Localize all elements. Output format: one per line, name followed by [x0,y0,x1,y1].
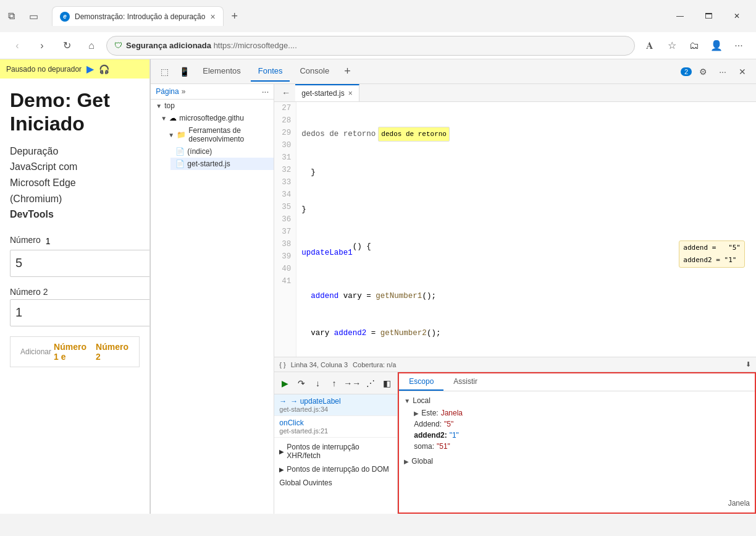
file-tab-name: get-started.js [301,89,344,98]
callstack-item-onclick[interactable]: onClick get-started.js:21 [274,416,397,438]
tree-item-microsoftedge[interactable]: ▼ ☁ microsoftedge.githu [156,112,274,124]
file-tree: Página » ··· ▼ top ▼ ☁ microsoftedge.git… [151,84,274,514]
deactivate-btn[interactable]: ⋰ [364,376,376,391]
maximize-button[interactable]: 🗖 [694,6,723,26]
read-aloud-btn[interactable]: 𝐀 [640,36,660,56]
more-tools-btn[interactable]: ··· [714,63,731,80]
title-bar-icons: ⧉ ▭ [5,10,40,22]
scope-panel: Escopo Assistir ▼ Local ▶ [398,372,756,514]
devtools-body: Página » ··· ▼ top ▼ ☁ microsoftedge.git… [151,84,756,514]
settings-btn[interactable]: ⚙ [694,63,712,80]
step-into-btn[interactable]: ↓ [312,376,324,391]
step-out-btn[interactable]: ↑ [329,376,340,391]
number2-input[interactable]: 1 [10,299,150,326]
webpage-panel: Pausado no depurador ▶ 🎧 Demo: Get Inici… [0,59,150,514]
download-btn[interactable]: ⬇ [746,360,751,368]
tree-item-indice[interactable]: 📄 (índice) [170,145,274,158]
bp-dom-label: Pontos de interrupção do DOM [287,465,388,474]
more-btn[interactable]: ··· [729,36,749,56]
scope-global-arrow: ▶ [404,458,409,465]
close-devtools-btn[interactable]: ✕ [734,63,751,80]
tree-item-ferramentas[interactable]: ▼ 📁 Ferramentas de desenvolvimento [163,124,274,145]
address-bar[interactable]: 🛡 Segurança adicionada https://microsoft… [106,36,635,56]
number2-group: Número 2 1 [10,287,140,326]
tab-elementos[interactable]: Elementos [195,61,248,82]
tree-item-getstarted[interactable]: 📄 get-started.js [170,158,274,170]
format-btn[interactable]: { } [279,361,285,368]
collections-btn[interactable]: 🗂 [684,36,704,56]
tree-arrow-top: ▼ [156,103,162,109]
page-label[interactable]: Página [156,87,178,96]
callstack-arrow: → [279,397,287,406]
file-tree-more-btn[interactable]: ··· [262,87,269,96]
scope-global-label: Global [411,457,433,466]
scope-key-este: Este: [421,409,438,417]
step-btn[interactable]: →→ [345,376,359,391]
code-scroll[interactable]: 27 28 29 30 31 32 33 34 35 36 37 [274,102,756,357]
browser-chrome: ⧉ ▭ Demonstração: Introdução à depuração… [0,0,756,59]
inspect-element-btn[interactable]: ⬚ [156,63,173,80]
tab-switcher-icon[interactable]: ⧉ [5,10,17,22]
number1-group: Número 1 5 [10,235,140,277]
debug-play-icon[interactable]: ▶ [86,63,94,75]
line-numbers: 27 28 29 30 31 32 33 34 35 36 37 [274,102,296,357]
refresh-button[interactable]: ↻ [57,36,77,56]
tree-label-getstarted: get-started.js [187,160,230,168]
file-tab-getstarted[interactable]: get-started.js × [295,84,359,101]
favorites-btn[interactable]: ☆ [662,36,682,56]
back-file-btn[interactable]: ← [277,85,295,100]
scope-local-header[interactable]: ▼ Local [404,396,750,405]
tab-escopo[interactable]: Escopo [399,373,443,391]
code-editor: 27 28 29 30 31 32 33 34 35 36 37 [274,102,756,372]
number1-input[interactable]: 5 [10,250,150,277]
tab-console[interactable]: Console [292,61,337,82]
close-button[interactable]: ✕ [723,6,751,26]
device-emulation-btn[interactable]: 📱 [175,63,193,80]
bp-xhr-header[interactable]: ▶ Pontos de interrupção XHR/fetch [279,440,392,462]
folder-icon: 📁 [177,130,186,139]
tab-assistir[interactable]: Assistir [443,373,487,391]
file-tab-close-btn[interactable]: × [348,89,353,98]
tree-item-top[interactable]: ▼ top [151,100,274,112]
scope-val-este: Janela [441,409,463,417]
file-tree-items: ▼ top ▼ ☁ microsoftedge.githu ▼ 📁 Ferram… [151,100,274,514]
bp-xhr-label: Pontos de interrupção XHR/fetch [287,443,392,460]
cloud-icon: ☁ [169,114,177,122]
tab-label: Demonstração: Introdução à depuração [75,12,205,21]
code-line-29: } [301,203,751,216]
navigation-bar: ‹ › ↻ ⌂ 🛡 Segurança adicionada https://m… [0,32,756,59]
step-over-btn[interactable]: ↷ [296,376,308,391]
call-stack-panel: ▶ ↷ ↓ ↑ →→ ⋰ ◧ → → updateLabel [274,372,398,514]
breakpoints-section: ▶ Pontos de interrupção XHR/fetch ▶ Pont… [274,438,397,492]
expand-icon[interactable]: » [182,87,186,96]
janela-label: Janela [728,499,750,508]
minimize-button[interactable]: — [666,6,694,26]
callstack-file-onclick: get-started.js:21 [279,427,392,435]
callstack-item-updatelabel[interactable]: → → updateLabel get-started.js:34 [274,394,397,416]
page-title: Demo: Get Iniciado [10,88,140,136]
home-button[interactable]: ⌂ [82,36,101,56]
back-button[interactable]: ‹ [7,36,27,56]
tree-label-microsoftedge: microsoftedge.githu [179,114,244,122]
issues-badge[interactable]: 2 [681,67,692,76]
resume-btn[interactable]: ▶ [279,376,291,391]
scope-global-header[interactable]: ▶ Global [404,457,750,466]
scope-local-arrow: ▼ [404,398,410,404]
scope-este-arrow[interactable]: ▶ [414,410,419,417]
active-tab[interactable]: Demonstração: Introdução à depuração × [52,6,224,26]
profile-btn[interactable]: 👤 [707,36,726,56]
forward-button[interactable]: › [32,36,52,56]
new-tab-button[interactable]: + [226,7,243,25]
callstack-name-onclick: onClick [279,419,392,427]
add-btn-num1: Número 1 e [54,342,93,362]
blackbox-btn[interactable]: ◧ [381,376,393,391]
tab-close-btn[interactable]: × [210,12,215,22]
bp-global-header[interactable]: Global Ouvintes [279,476,392,490]
scope-key-soma: soma: [414,442,434,451]
tab-fontes[interactable]: Fontes [251,61,290,82]
new-window-icon[interactable]: ▭ [27,10,40,22]
label-numero2: Número 2 [10,287,140,297]
add-panel-btn[interactable]: + [339,62,356,80]
add-button[interactable]: Adicionar Número 1 e Número 2 [10,336,140,367]
bp-dom-header[interactable]: ▶ Pontos de interrupção do DOM [279,462,392,476]
